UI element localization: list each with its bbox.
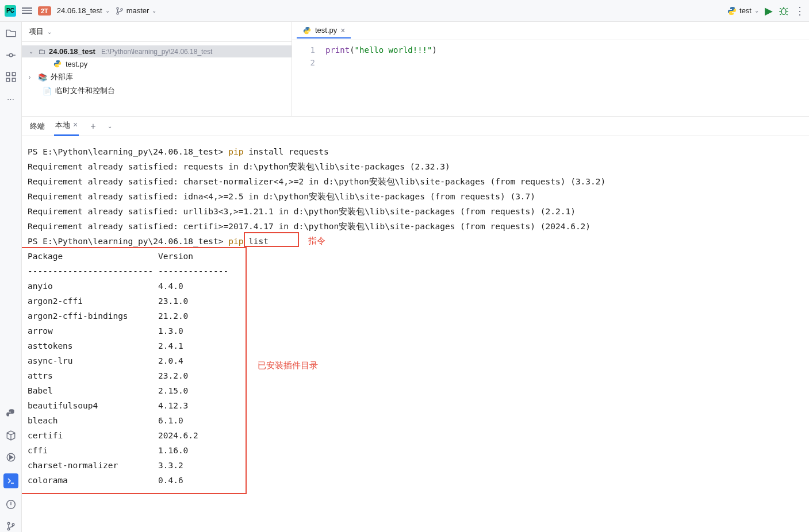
svg-rect-6	[12, 72, 16, 76]
editor-tab-label: test.py	[315, 26, 337, 34]
libs-icon: 📚	[38, 73, 47, 82]
tree-file-label: test.py	[66, 60, 87, 68]
svg-point-11	[7, 522, 10, 525]
editor-area: test.py × 1 2 print("hello world!!!")	[292, 22, 809, 116]
tree-root-path: E:\Python\learning_py\24.06.18_test	[101, 48, 212, 56]
more-actions-icon[interactable]: ⋮	[795, 5, 804, 17]
caret-right-icon: ›	[29, 74, 34, 80]
code-string: "hello world!!!"	[355, 45, 432, 55]
chevron-down-icon: ⌄	[47, 29, 52, 35]
svg-point-1	[117, 12, 118, 14]
tree-scratches-label: 临时文件和控制台	[55, 86, 115, 96]
tree-ext-libs-label: 外部库	[51, 72, 73, 82]
more-tool-icon[interactable]: ⋯	[5, 93, 17, 105]
svg-rect-8	[12, 78, 16, 82]
tree-external-libs[interactable]: › 📚 外部库	[22, 70, 292, 84]
run-config-label: test	[739, 6, 752, 15]
python-console-icon[interactable]	[5, 408, 17, 419]
terminal-tab-bar: 终端 本地× + ⌄	[22, 117, 809, 136]
terminal-local-label: 本地	[55, 121, 70, 129]
commit-tool-icon[interactable]	[5, 49, 17, 61]
tree-file-item[interactable]: test.py	[22, 57, 292, 70]
project-badge: 2T	[38, 6, 51, 16]
python-icon	[727, 6, 737, 16]
project-name-label: 24.06.18_test	[57, 6, 102, 15]
terminal-main-tab[interactable]: 终端	[29, 117, 46, 136]
chevron-down-icon: ⌄	[152, 7, 156, 14]
app-logo-icon: PC	[5, 5, 16, 17]
editor-gutter: 1 2	[292, 40, 321, 116]
services-tool-icon[interactable]	[5, 452, 17, 463]
chevron-down-icon[interactable]: ⌄	[108, 123, 112, 129]
project-panel-title: 项目	[29, 26, 44, 37]
branch-name-label: master	[126, 6, 149, 15]
svg-point-13	[12, 523, 14, 526]
close-tab-icon[interactable]: ×	[73, 120, 78, 129]
project-tool-icon[interactable]	[5, 28, 17, 39]
scratches-icon: 📄	[43, 87, 52, 95]
svg-rect-7	[6, 78, 10, 82]
svg-rect-5	[6, 72, 10, 76]
svg-point-2	[121, 8, 122, 10]
svg-point-3	[781, 9, 786, 14]
editor-tab[interactable]: test.py ×	[297, 24, 351, 38]
svg-point-12	[7, 528, 10, 530]
svg-point-0	[117, 7, 118, 9]
vcs-tool-icon[interactable]	[5, 521, 17, 532]
debug-button[interactable]	[779, 6, 789, 16]
caret-down-icon: ⌄	[29, 48, 34, 55]
main-menu-icon[interactable]	[22, 7, 32, 14]
structure-tool-icon[interactable]	[5, 71, 17, 83]
code-content: print("hello world!!!")	[321, 40, 809, 116]
packages-tool-icon[interactable]	[5, 430, 17, 441]
project-panel-header[interactable]: 项目 ⌄	[22, 22, 292, 42]
branch-icon	[116, 7, 124, 15]
line-number: 2	[292, 56, 315, 69]
chevron-down-icon: ⌄	[105, 7, 110, 14]
run-config-selector[interactable]: test ⌄	[727, 6, 759, 16]
terminal-panel: 终端 本地× + ⌄ PS E:\Python\learning_py\24.0…	[22, 117, 809, 532]
python-file-icon	[302, 26, 312, 35]
line-number: 1	[292, 44, 315, 56]
terminal-output[interactable]: PS E:\Python\learning_py\24.06.18_test> …	[22, 136, 809, 532]
code-editor[interactable]: 1 2 print("hello world!!!")	[292, 40, 809, 116]
run-button[interactable]: ▶	[765, 5, 773, 17]
tree-root-name: 24.06.18_test	[49, 47, 95, 56]
vcs-branch-selector[interactable]: master ⌄	[116, 6, 157, 15]
problems-tool-icon[interactable]	[5, 499, 17, 510]
terminal-local-tab[interactable]: 本地×	[54, 117, 79, 136]
project-tree: ⌄ 🗀 24.06.18_test E:\Python\learning_py\…	[22, 42, 292, 101]
project-panel: 项目 ⌄ ⌄ 🗀 24.06.18_test E:\Python\learnin…	[22, 22, 292, 116]
left-tool-rail: ⋯	[0, 22, 22, 532]
python-file-icon	[53, 59, 62, 68]
close-tab-icon[interactable]: ×	[340, 26, 345, 35]
chevron-down-icon: ⌄	[754, 7, 759, 14]
add-terminal-icon[interactable]: +	[90, 121, 95, 132]
tree-project-root[interactable]: ⌄ 🗀 24.06.18_test E:\Python\learning_py\…	[22, 45, 292, 57]
terminal-tool-icon[interactable]	[3, 473, 18, 488]
main-toolbar: PC 2T 24.06.18_test ⌄ master ⌄ test ⌄ ▶ …	[0, 0, 809, 22]
code-fn: print	[325, 45, 350, 55]
project-selector[interactable]: 24.06.18_test ⌄	[57, 6, 110, 15]
svg-point-4	[9, 53, 13, 57]
editor-tab-bar: test.py ×	[292, 22, 809, 40]
tree-scratches[interactable]: 📄 临时文件和控制台	[22, 84, 292, 98]
folder-icon: 🗀	[38, 47, 45, 56]
